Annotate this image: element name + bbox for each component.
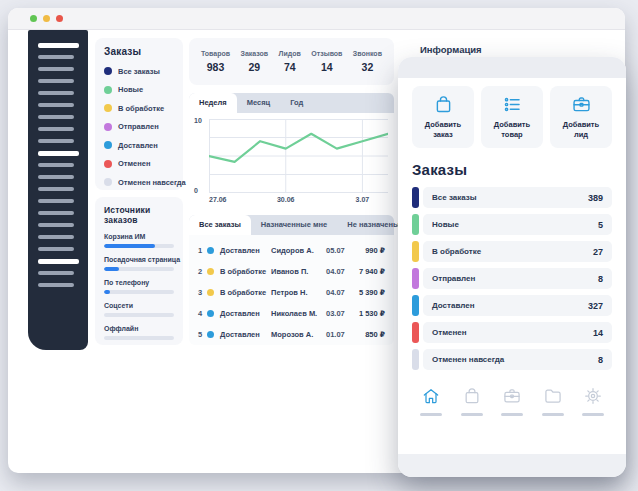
- sidebar-menu-placeholder[interactable]: [38, 127, 74, 131]
- x-axis-tick: 30.06: [277, 196, 295, 203]
- add-lead-button[interactable]: Добавить лид: [550, 86, 612, 148]
- sidebar-menu-placeholder[interactable]: [38, 259, 79, 264]
- progress-track: [104, 313, 174, 317]
- nav-indicator: [542, 413, 564, 416]
- status-count: 389: [588, 193, 603, 203]
- nav-indicator: [582, 413, 604, 416]
- order-row[interactable]: 2 В обработке Иванов П. 04.07 7 940 ₽: [198, 261, 385, 282]
- sidebar-menu-placeholder[interactable]: [38, 139, 74, 143]
- orders-filter-card: Заказы Все заказы Новые В обработке Отпр…: [95, 38, 183, 190]
- sidebar-menu-placeholder[interactable]: [38, 199, 74, 203]
- traffic-light-red-icon[interactable]: [56, 15, 63, 22]
- tab-week[interactable]: Неделя: [189, 93, 237, 113]
- stat-orders: Заказов 29: [241, 50, 269, 73]
- traffic-light-yellow-icon[interactable]: [43, 15, 50, 22]
- status-color-pill: [412, 322, 419, 343]
- panel-top-bar: [398, 57, 626, 78]
- sidebar-menu-placeholder[interactable]: [38, 271, 74, 275]
- sidebar-menu-placeholder[interactable]: [38, 91, 74, 95]
- source-cart[interactable]: Корзина ИМ: [104, 233, 174, 248]
- sidebar-menu-placeholder[interactable]: [38, 175, 74, 179]
- progress-fill: [104, 267, 119, 271]
- status-color-pill: [412, 295, 419, 316]
- filter-new[interactable]: Новые: [104, 85, 174, 94]
- status-color-dot: [104, 141, 112, 149]
- sidebar-menu-placeholder[interactable]: [38, 115, 74, 119]
- quick-actions: Добавить заказ Добавить товар Добавить л…: [412, 86, 612, 148]
- filter-processing[interactable]: В обработке: [104, 104, 174, 113]
- sidebar-menu-placeholder[interactable]: [38, 235, 74, 239]
- tab-month[interactable]: Месяц: [237, 93, 280, 113]
- y-axis-tick: 0: [194, 187, 198, 194]
- bottom-nav: [412, 376, 612, 416]
- gear-icon: [583, 386, 603, 406]
- add-product-button[interactable]: Добавить товар: [481, 86, 543, 148]
- order-row[interactable]: 5 Доставлен Морозов А. 01.07 850 ₽: [198, 324, 385, 345]
- info-section-title: Информация: [420, 44, 482, 55]
- nav-files[interactable]: [540, 386, 566, 416]
- status-row-cancelled[interactable]: Отменен14: [412, 322, 612, 343]
- filter-all-orders[interactable]: Все заказы: [104, 67, 174, 76]
- status-color-dot: [104, 123, 112, 131]
- order-sources-title: Источники заказов: [104, 205, 174, 225]
- filter-cancelled[interactable]: Отменен: [104, 159, 174, 168]
- status-color-dot: [104, 160, 112, 168]
- nav-orders[interactable]: [459, 386, 485, 416]
- order-row[interactable]: 4 Доставлен Николаев М. 03.07 1 530 ₽: [198, 303, 385, 324]
- nav-home[interactable]: [418, 386, 444, 416]
- progress-track: [104, 336, 174, 340]
- tab-year[interactable]: Год: [280, 93, 313, 113]
- orders-table-tabs: Все заказы Назначенные мне Не назначены: [189, 215, 394, 235]
- stat-leads: Лидов 74: [279, 50, 301, 73]
- x-axis-ticks: 27.06 30.06 3.07: [209, 196, 388, 206]
- tab-all-orders[interactable]: Все заказы: [189, 215, 251, 235]
- sidebar-menu-placeholder[interactable]: [38, 223, 74, 227]
- tab-assigned-to-me[interactable]: Назначенные мне: [251, 215, 337, 235]
- filter-cancelled-forever[interactable]: Отменен навсегда: [104, 178, 174, 187]
- order-row[interactable]: 3 В обработке Петров Н. 04.07 5 390 ₽: [198, 282, 385, 303]
- source-phone[interactable]: По телефону: [104, 279, 174, 294]
- status-row-new[interactable]: Новые5: [412, 214, 612, 235]
- status-count: 8: [598, 274, 603, 284]
- status-count: 14: [593, 328, 603, 338]
- sidebar-menu-placeholder[interactable]: [38, 151, 79, 156]
- status-row-cancelled-forever[interactable]: Отменен навсегда8: [412, 349, 612, 370]
- source-landing[interactable]: Посадочная страница: [104, 256, 174, 271]
- source-social[interactable]: Соцсети: [104, 302, 174, 317]
- status-row-all-orders[interactable]: Все заказы389: [412, 187, 612, 208]
- sidebar-menu-placeholder[interactable]: [38, 211, 74, 215]
- filter-delivered[interactable]: Доставлен: [104, 141, 174, 150]
- status-color-dot: [104, 104, 112, 112]
- traffic-light-green-icon[interactable]: [30, 15, 37, 22]
- status-color-pill: [412, 214, 419, 235]
- sidebar-menu-placeholder[interactable]: [38, 55, 74, 59]
- sidebar-menu-placeholder[interactable]: [38, 67, 74, 71]
- status-color-dot: [207, 310, 214, 317]
- sidebar-menu-placeholder[interactable]: [38, 103, 74, 107]
- add-order-button[interactable]: Добавить заказ: [412, 86, 474, 148]
- sidebar-menu-placeholder[interactable]: [38, 187, 74, 191]
- order-sources-card: Источники заказов Корзина ИМ Посадочная …: [95, 197, 183, 345]
- x-axis-tick: 27.06: [209, 196, 227, 203]
- sidebar-menu-placeholder[interactable]: [38, 247, 74, 251]
- filter-sent[interactable]: Отправлен: [104, 122, 174, 131]
- progress-track: [104, 244, 174, 248]
- order-row[interactable]: 1 Доставлен Сидоров А. 05.07 990 ₽: [198, 240, 385, 261]
- app-sidebar: [28, 30, 88, 350]
- sidebar-menu-placeholder[interactable]: [38, 43, 79, 48]
- order-status-list: Все заказы389 Новые5 В обработке27 Отпра…: [412, 187, 612, 370]
- nav-settings[interactable]: [580, 386, 606, 416]
- list-icon: [502, 94, 523, 115]
- status-row-delivered[interactable]: Доставлен327: [412, 295, 612, 316]
- status-row-sent[interactable]: Отправлен8: [412, 268, 612, 289]
- x-axis-tick: 3.07: [356, 196, 370, 203]
- sidebar-menu-placeholder[interactable]: [38, 79, 74, 83]
- status-row-processing[interactable]: В обработке27: [412, 241, 612, 262]
- sidebar-menu-placeholder[interactable]: [38, 163, 74, 167]
- chart-plot-area: [209, 119, 388, 193]
- source-offline[interactable]: Оффлайн: [104, 325, 174, 340]
- sales-chart-card: Неделя Месяц Год 10 0: [189, 93, 394, 207]
- nav-leads[interactable]: [499, 386, 525, 416]
- progress-track: [104, 290, 174, 294]
- sidebar-menu-placeholder[interactable]: [38, 283, 74, 287]
